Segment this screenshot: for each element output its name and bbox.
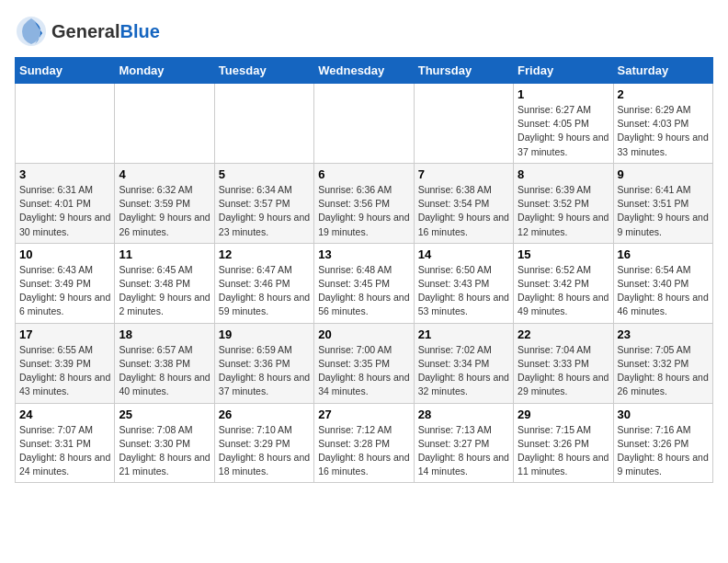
day-number: 25: [119, 408, 210, 421]
day-detail: Sunrise: 6:59 AM Sunset: 3:36 PM Dayligh…: [219, 343, 310, 399]
day-detail: Sunrise: 6:31 AM Sunset: 4:01 PM Dayligh…: [19, 183, 110, 239]
calendar-cell: 9Sunrise: 6:41 AM Sunset: 3:51 PM Daylig…: [613, 163, 712, 243]
calendar-cell: 17Sunrise: 6:55 AM Sunset: 3:39 PM Dayli…: [16, 323, 115, 403]
day-detail: Sunrise: 6:54 AM Sunset: 3:40 PM Dayligh…: [618, 263, 709, 319]
calendar-cell: 8Sunrise: 6:39 AM Sunset: 3:52 PM Daylig…: [514, 163, 613, 243]
day-detail: Sunrise: 6:48 AM Sunset: 3:45 PM Dayligh…: [318, 263, 409, 319]
calendar-week-4: 17Sunrise: 6:55 AM Sunset: 3:39 PM Dayli…: [16, 323, 713, 403]
day-detail: Sunrise: 6:50 AM Sunset: 3:43 PM Dayligh…: [418, 263, 509, 319]
calendar-header-sunday: Sunday: [16, 58, 115, 84]
calendar-cell: 5Sunrise: 6:34 AM Sunset: 3:57 PM Daylig…: [214, 163, 313, 243]
calendar-week-1: 1Sunrise: 6:27 AM Sunset: 4:05 PM Daylig…: [16, 84, 713, 164]
calendar-cell: 30Sunrise: 7:16 AM Sunset: 3:26 PM Dayli…: [613, 403, 712, 483]
day-number: 15: [518, 247, 609, 261]
day-number: 8: [518, 167, 609, 181]
day-detail: Sunrise: 7:07 AM Sunset: 3:31 PM Dayligh…: [19, 423, 110, 479]
calendar-week-2: 3Sunrise: 6:31 AM Sunset: 4:01 PM Daylig…: [16, 163, 713, 243]
calendar-cell: 10Sunrise: 6:43 AM Sunset: 3:49 PM Dayli…: [16, 243, 115, 323]
calendar-cell: 22Sunrise: 7:04 AM Sunset: 3:33 PM Dayli…: [514, 323, 613, 403]
calendar-cell: 1Sunrise: 6:27 AM Sunset: 4:05 PM Daylig…: [514, 84, 613, 164]
calendar-header-friday: Friday: [514, 58, 613, 84]
day-number: 21: [418, 327, 509, 341]
calendar-cell: 23Sunrise: 7:05 AM Sunset: 3:32 PM Dayli…: [613, 323, 712, 403]
day-detail: Sunrise: 6:57 AM Sunset: 3:38 PM Dayligh…: [119, 343, 210, 399]
calendar-cell: 21Sunrise: 7:02 AM Sunset: 3:34 PM Dayli…: [414, 323, 513, 403]
day-detail: Sunrise: 6:38 AM Sunset: 3:54 PM Dayligh…: [418, 183, 509, 239]
day-number: 3: [19, 167, 110, 181]
day-number: 13: [318, 247, 409, 261]
calendar-cell: [16, 84, 115, 164]
calendar-cell: [214, 84, 313, 164]
day-detail: Sunrise: 6:29 AM Sunset: 4:03 PM Dayligh…: [618, 103, 709, 159]
day-number: 19: [219, 327, 310, 341]
calendar-cell: [414, 84, 513, 164]
day-number: 12: [219, 247, 310, 261]
day-detail: Sunrise: 7:05 AM Sunset: 3:32 PM Dayligh…: [618, 343, 709, 399]
day-detail: Sunrise: 6:55 AM Sunset: 3:39 PM Dayligh…: [19, 343, 110, 399]
day-number: 20: [318, 327, 409, 341]
calendar-cell: 26Sunrise: 7:10 AM Sunset: 3:29 PM Dayli…: [214, 403, 313, 483]
day-number: 30: [618, 408, 709, 421]
calendar-header-saturday: Saturday: [613, 58, 712, 84]
day-detail: Sunrise: 6:41 AM Sunset: 3:51 PM Dayligh…: [618, 183, 709, 239]
logo-icon: [15, 15, 48, 48]
day-detail: Sunrise: 7:00 AM Sunset: 3:35 PM Dayligh…: [318, 343, 409, 399]
day-detail: Sunrise: 7:16 AM Sunset: 3:26 PM Dayligh…: [618, 423, 709, 479]
logo-blue: Blue: [119, 21, 159, 41]
calendar-cell: [314, 84, 414, 164]
day-number: 2: [618, 87, 709, 101]
calendar-cell: 12Sunrise: 6:47 AM Sunset: 3:46 PM Dayli…: [214, 243, 313, 323]
calendar-header-row: SundayMondayTuesdayWednesdayThursdayFrid…: [16, 58, 713, 84]
calendar-cell: 4Sunrise: 6:32 AM Sunset: 3:59 PM Daylig…: [115, 163, 214, 243]
calendar-header-thursday: Thursday: [414, 58, 513, 84]
day-detail: Sunrise: 6:32 AM Sunset: 3:59 PM Dayligh…: [119, 183, 210, 239]
day-number: 5: [219, 167, 310, 181]
calendar-cell: 2Sunrise: 6:29 AM Sunset: 4:03 PM Daylig…: [613, 84, 712, 164]
calendar-cell: 20Sunrise: 7:00 AM Sunset: 3:35 PM Dayli…: [314, 323, 414, 403]
day-detail: Sunrise: 7:12 AM Sunset: 3:28 PM Dayligh…: [318, 423, 409, 479]
day-detail: Sunrise: 7:04 AM Sunset: 3:33 PM Dayligh…: [518, 343, 609, 399]
day-detail: Sunrise: 7:02 AM Sunset: 3:34 PM Dayligh…: [418, 343, 509, 399]
calendar-cell: 14Sunrise: 6:50 AM Sunset: 3:43 PM Dayli…: [414, 243, 513, 323]
day-number: 22: [518, 327, 609, 341]
day-number: 18: [119, 327, 210, 341]
day-detail: Sunrise: 6:27 AM Sunset: 4:05 PM Dayligh…: [518, 103, 609, 159]
calendar-header-tuesday: Tuesday: [214, 58, 313, 84]
day-detail: Sunrise: 7:08 AM Sunset: 3:30 PM Dayligh…: [119, 423, 210, 479]
calendar-cell: 13Sunrise: 6:48 AM Sunset: 3:45 PM Dayli…: [314, 243, 414, 323]
calendar-cell: 29Sunrise: 7:15 AM Sunset: 3:26 PM Dayli…: [514, 403, 613, 483]
day-detail: Sunrise: 6:34 AM Sunset: 3:57 PM Dayligh…: [219, 183, 310, 239]
calendar-cell: 15Sunrise: 6:52 AM Sunset: 3:42 PM Dayli…: [514, 243, 613, 323]
day-detail: Sunrise: 6:36 AM Sunset: 3:56 PM Dayligh…: [318, 183, 409, 239]
day-number: 28: [418, 408, 509, 421]
calendar-header-wednesday: Wednesday: [314, 58, 414, 84]
day-number: 4: [119, 167, 210, 181]
day-number: 16: [618, 247, 709, 261]
calendar-cell: 18Sunrise: 6:57 AM Sunset: 3:38 PM Dayli…: [115, 323, 214, 403]
calendar-cell: 3Sunrise: 6:31 AM Sunset: 4:01 PM Daylig…: [16, 163, 115, 243]
day-number: 29: [518, 408, 609, 421]
day-number: 23: [618, 327, 709, 341]
calendar-cell: 24Sunrise: 7:07 AM Sunset: 3:31 PM Dayli…: [16, 403, 115, 483]
day-detail: Sunrise: 7:13 AM Sunset: 3:27 PM Dayligh…: [418, 423, 509, 479]
calendar-header-monday: Monday: [115, 58, 214, 84]
day-detail: Sunrise: 6:43 AM Sunset: 3:49 PM Dayligh…: [19, 263, 110, 319]
calendar-cell: [115, 84, 214, 164]
logo: GeneralBlue: [15, 15, 160, 48]
day-number: 17: [19, 327, 110, 341]
day-number: 9: [618, 167, 709, 181]
day-detail: Sunrise: 6:39 AM Sunset: 3:52 PM Dayligh…: [518, 183, 609, 239]
calendar-cell: 25Sunrise: 7:08 AM Sunset: 3:30 PM Dayli…: [115, 403, 214, 483]
calendar-table: SundayMondayTuesdayWednesdayThursdayFrid…: [15, 57, 713, 483]
calendar-cell: 19Sunrise: 6:59 AM Sunset: 3:36 PM Dayli…: [214, 323, 313, 403]
day-detail: Sunrise: 6:52 AM Sunset: 3:42 PM Dayligh…: [518, 263, 609, 319]
day-number: 6: [318, 167, 409, 181]
calendar-week-5: 24Sunrise: 7:07 AM Sunset: 3:31 PM Dayli…: [16, 403, 713, 483]
day-number: 10: [19, 247, 110, 261]
day-detail: Sunrise: 6:45 AM Sunset: 3:48 PM Dayligh…: [119, 263, 210, 319]
calendar-cell: 7Sunrise: 6:38 AM Sunset: 3:54 PM Daylig…: [414, 163, 513, 243]
day-number: 14: [418, 247, 509, 261]
day-detail: Sunrise: 6:47 AM Sunset: 3:46 PM Dayligh…: [219, 263, 310, 319]
calendar-cell: 16Sunrise: 6:54 AM Sunset: 3:40 PM Dayli…: [613, 243, 712, 323]
calendar-cell: 11Sunrise: 6:45 AM Sunset: 3:48 PM Dayli…: [115, 243, 214, 323]
